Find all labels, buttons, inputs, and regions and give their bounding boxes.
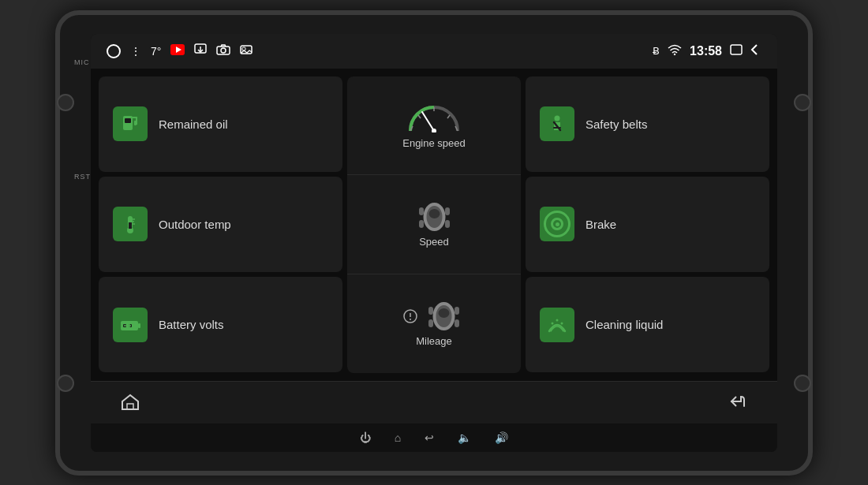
svg-point-35 xyxy=(428,209,440,218)
svg-rect-47 xyxy=(455,307,459,315)
speed-label: Speed xyxy=(419,236,449,248)
volume-up-icon[interactable]: 🔊 xyxy=(495,431,508,444)
safety-belts-label: Safety belts xyxy=(586,118,647,131)
mileage-panel[interactable]: Mileage xyxy=(347,274,521,373)
brake-icon-bg xyxy=(540,207,574,241)
camera-icon[interactable] xyxy=(216,44,230,58)
status-right-icons: Ƀ 13:58 xyxy=(653,43,761,58)
mount-hole-bl xyxy=(57,375,74,392)
svg-point-54 xyxy=(556,319,559,321)
warning-circle-icon xyxy=(403,309,417,323)
dashboard-grid: Remained oil Outdoor tem xyxy=(91,69,777,381)
center-column: Engine speed xyxy=(347,76,521,373)
svg-line-29 xyxy=(447,115,450,118)
svg-line-31 xyxy=(422,112,434,131)
outdoor-temp-label: Outdoor temp xyxy=(159,218,231,231)
svg-rect-12 xyxy=(134,121,137,125)
download-icon[interactable] xyxy=(194,43,207,58)
brake-label: Brake xyxy=(586,218,616,231)
svg-line-27 xyxy=(418,115,421,118)
engine-speed-label: Engine speed xyxy=(402,137,466,149)
safety-belts-tile[interactable]: Safety belts xyxy=(526,76,769,172)
thermometer-icon-bg xyxy=(113,207,148,241)
svg-rect-49 xyxy=(455,319,459,327)
back-sys-icon[interactable]: ↩ xyxy=(425,431,434,444)
cleaning-liquid-label: Cleaning liquid xyxy=(586,318,663,331)
fuel-icon-bg xyxy=(113,106,148,141)
home-circle-icon[interactable] xyxy=(107,44,121,58)
status-bar: ⋮ 7° Ƀ xyxy=(91,34,777,69)
volume-down-icon[interactable]: 🔈 xyxy=(458,431,471,444)
svg-rect-46 xyxy=(428,307,433,315)
svg-point-45 xyxy=(438,308,449,318)
car-top-view-icon xyxy=(413,201,456,233)
svg-rect-56 xyxy=(127,404,133,409)
brake-tile[interactable]: Brake xyxy=(526,177,769,272)
clock-display: 13:58 xyxy=(690,44,722,58)
speedometer-gauge-icon xyxy=(406,101,462,132)
status-left-icons: ⋮ 7° xyxy=(107,43,253,58)
youtube-icon[interactable] xyxy=(170,44,185,58)
mount-hole-br xyxy=(794,375,811,392)
screen: ⋮ 7° Ƀ xyxy=(91,34,777,452)
power-icon[interactable]: ⏻ xyxy=(360,431,371,444)
mileage-label: Mileage xyxy=(416,335,452,347)
remained-oil-tile[interactable]: Remained oil xyxy=(99,76,342,172)
home-nav-button[interactable] xyxy=(114,386,146,418)
remained-oil-label: Remained oil xyxy=(159,118,228,131)
svg-rect-9 xyxy=(731,45,742,54)
battery-volts-label: Battery volts xyxy=(159,318,224,331)
svg-rect-39 xyxy=(445,220,450,228)
svg-point-50 xyxy=(555,116,560,121)
svg-point-53 xyxy=(552,322,554,324)
car-front-view-icon xyxy=(422,300,466,332)
bluetooth-icon: Ƀ xyxy=(653,45,660,57)
svg-rect-48 xyxy=(428,319,433,327)
menu-icon[interactable]: ⋮ xyxy=(130,45,141,58)
svg-rect-38 xyxy=(419,220,424,228)
temperature-display: 7° xyxy=(151,45,161,58)
system-bar: ⏻ ⌂ ↩ 🔈 🔊 xyxy=(91,423,777,452)
seatbelt-icon-bg xyxy=(540,106,574,141)
battery-icon-bg xyxy=(113,308,148,342)
mount-hole-tr xyxy=(794,94,811,111)
left-column: Remained oil Outdoor tem xyxy=(99,76,342,373)
battery-volts-tile[interactable]: Battery volts xyxy=(99,277,342,372)
svg-point-42 xyxy=(410,319,411,320)
outdoor-temp-tile[interactable]: Outdoor temp xyxy=(99,177,342,272)
svg-rect-37 xyxy=(445,207,450,215)
svg-rect-15 xyxy=(129,222,132,229)
mic-label: MIC xyxy=(74,58,90,66)
device: MIC RST ⋮ 7° xyxy=(55,10,813,476)
rst-label: RST xyxy=(74,173,91,181)
home-sys-icon[interactable]: ⌂ xyxy=(395,431,401,444)
window-icon[interactable] xyxy=(730,44,743,58)
mount-hole-tl xyxy=(57,94,74,111)
back-nav-button[interactable] xyxy=(722,386,754,418)
wiper-icon-bg xyxy=(540,308,574,342)
engine-speed-panel[interactable]: Engine speed xyxy=(347,76,521,176)
bottom-nav-bar xyxy=(91,381,777,423)
back-nav-icon[interactable] xyxy=(750,43,761,58)
right-column: Safety belts Brake xyxy=(526,76,769,373)
cleaning-liquid-tile[interactable]: Cleaning liquid xyxy=(526,277,769,372)
svg-point-55 xyxy=(561,322,563,324)
svg-rect-11 xyxy=(125,118,131,123)
svg-point-8 xyxy=(674,54,675,55)
wifi-icon xyxy=(668,44,682,58)
svg-rect-36 xyxy=(419,207,424,215)
svg-rect-20 xyxy=(138,323,140,328)
svg-point-5 xyxy=(221,48,226,53)
speed-panel[interactable]: Speed xyxy=(347,175,521,274)
gallery-icon[interactable] xyxy=(240,44,253,58)
